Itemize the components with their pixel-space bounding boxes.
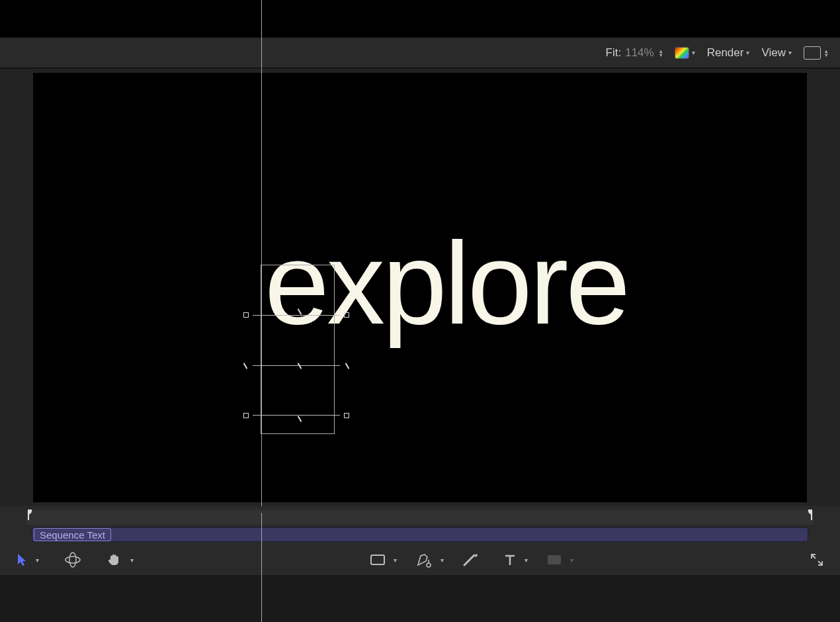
stepper-icon: ▴▾ (659, 49, 663, 57)
clip-bar[interactable] (32, 527, 808, 542)
viewer-area: explore (0, 69, 840, 506)
mask-tool[interactable] (546, 554, 562, 566)
playhead-callout-upper (261, 0, 262, 506)
chevron-down-icon: ▾ (692, 49, 695, 56)
transform-handle[interactable] (344, 413, 349, 418)
3d-transform-tool[interactable] (64, 551, 81, 568)
out-point-marker-icon[interactable] (804, 508, 814, 525)
transform-edge (253, 415, 340, 416)
chevron-down-icon: ▾ (525, 556, 528, 564)
transform-tick[interactable] (298, 416, 302, 422)
svg-rect-2 (371, 555, 384, 564)
view-label: View (761, 46, 786, 60)
chevron-down-icon: ▾ (788, 49, 792, 56)
chevron-down-icon: ▾ (441, 556, 444, 564)
mini-timeline: Sequence Text (0, 506, 840, 545)
zoom-percent-value: 114% (625, 46, 653, 60)
zoom-fit-control[interactable]: Fit: 114% ▴▾ (606, 46, 663, 60)
transform-handle[interactable] (243, 413, 249, 418)
svg-point-0 (65, 556, 80, 563)
chevron-down-icon: ▾ (746, 49, 749, 56)
view-menu[interactable]: View ▾ (761, 46, 792, 60)
select-tool-menu[interactable]: ▾ (33, 556, 39, 564)
timeline-ruler[interactable] (26, 510, 814, 525)
transform-tick[interactable] (345, 363, 350, 369)
render-menu[interactable]: Render ▾ (707, 46, 750, 60)
transform-tick[interactable] (298, 363, 302, 369)
shape-tool[interactable] (370, 553, 386, 566)
playhead-callout-lower (261, 513, 262, 622)
chevron-down-icon: ▾ (36, 556, 39, 564)
svg-rect-4 (548, 555, 561, 564)
pen-tool-menu[interactable]: ▾ (438, 556, 444, 564)
fullscreen-toggle[interactable] (810, 553, 824, 567)
text-tool-menu[interactable]: ▾ (522, 556, 528, 564)
pan-tool-menu[interactable]: ▾ (128, 556, 134, 564)
in-point-marker-icon[interactable] (26, 508, 36, 525)
shape-tool-menu[interactable]: ▾ (391, 556, 397, 564)
viewport-box-icon (804, 46, 821, 60)
paint-stroke-tool[interactable] (462, 553, 480, 567)
color-swatch-icon (675, 47, 689, 59)
viewport-layout-menu[interactable]: ▴▾ (804, 46, 828, 60)
canvas-toolbar-bottom: ▾ ▾ ▾ ▾ ▾ ▾ (0, 545, 840, 575)
transform-tick[interactable] (243, 363, 248, 369)
render-label: Render (707, 46, 744, 60)
zoom-fit-label: Fit: (606, 46, 622, 60)
chevron-down-icon: ▾ (570, 556, 573, 564)
chevron-down-icon: ▾ (394, 556, 397, 564)
transform-handle[interactable] (243, 312, 249, 318)
color-channel-menu[interactable]: ▾ (675, 47, 695, 59)
clip-label-tag[interactable]: Sequence Text (34, 528, 111, 541)
clip-label-text: Sequence Text (40, 529, 105, 541)
svg-point-1 (69, 553, 76, 567)
viewer-toolbar-top: Fit: 114% ▴▾ ▾ Render ▾ View ▾ ▴▾ (0, 37, 840, 69)
chevron-down-icon: ▾ (130, 556, 134, 564)
canvas[interactable]: explore (33, 73, 807, 502)
select-tool[interactable] (16, 553, 28, 567)
text-layer[interactable]: explore (265, 225, 628, 341)
mask-tool-menu[interactable]: ▾ (567, 556, 573, 564)
transform-edge (253, 365, 340, 366)
text-tool[interactable] (503, 553, 517, 566)
bottom-panel (0, 575, 840, 622)
pen-tool[interactable] (415, 552, 433, 568)
svg-point-3 (427, 563, 431, 567)
pan-tool[interactable] (106, 552, 122, 568)
stepper-icon: ▴▾ (825, 49, 828, 57)
